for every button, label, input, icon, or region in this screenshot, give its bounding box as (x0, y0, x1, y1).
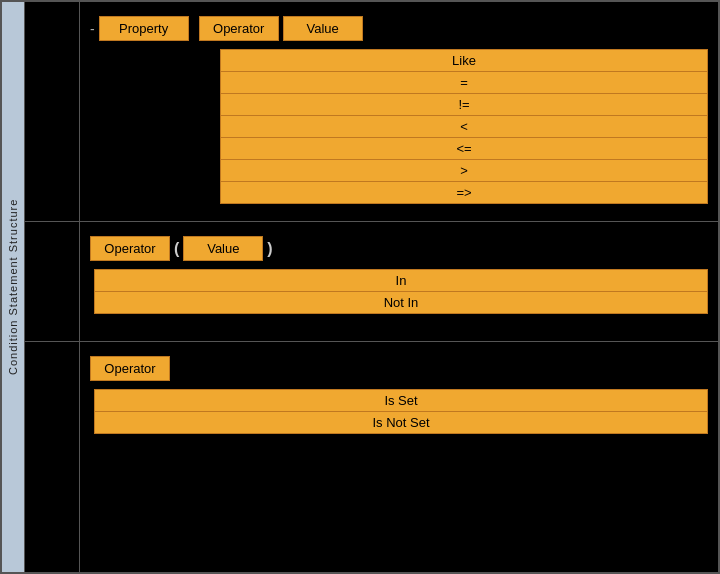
section1-header-row: - Property Operator Value (90, 16, 708, 41)
left-spacer-3 (25, 342, 80, 572)
section2-header-row: Operator ( Value ) (90, 236, 708, 261)
op-neq[interactable]: != (220, 93, 708, 116)
section1-operator-list: Like = != < <= > => (220, 49, 708, 204)
section2-content: Operator ( Value ) In Not In (80, 222, 718, 341)
op-is-set[interactable]: Is Set (94, 389, 708, 412)
operator-box-s1[interactable]: Operator (199, 16, 279, 41)
sidebar-label: Condition Statement Structure (2, 2, 24, 572)
operator-box-s3[interactable]: Operator (90, 356, 170, 381)
section3-header-row: Operator (90, 356, 708, 381)
section1-content: - Property Operator Value Like = != < <=… (80, 2, 718, 221)
paren-close: ) (267, 240, 272, 258)
left-spacer-1 (25, 2, 80, 221)
op-like[interactable]: Like (220, 49, 708, 72)
section-2: Operator ( Value ) In Not In (25, 222, 718, 342)
op-lt[interactable]: < (220, 115, 708, 138)
value-box-s2[interactable]: Value (183, 236, 263, 261)
section2-operator-list: In Not In (94, 269, 708, 314)
op-eq[interactable]: = (220, 71, 708, 94)
paren-open: ( (174, 240, 179, 258)
op-gt[interactable]: > (220, 159, 708, 182)
section3-content: Operator Is Set Is Not Set (80, 342, 718, 572)
op-lte[interactable]: <= (220, 137, 708, 160)
dash-icon: - (90, 21, 95, 37)
operator-box-s2[interactable]: Operator (90, 236, 170, 261)
left-spacer-2 (25, 222, 80, 341)
op-not-in[interactable]: Not In (94, 291, 708, 314)
property-box[interactable]: Property (99, 16, 189, 41)
section-3: Operator Is Set Is Not Set (25, 342, 718, 572)
section3-operator-list: Is Set Is Not Set (94, 389, 708, 434)
op-is-not-set[interactable]: Is Not Set (94, 411, 708, 434)
op-in[interactable]: In (94, 269, 708, 292)
value-box-s1[interactable]: Value (283, 16, 363, 41)
op-gte[interactable]: => (220, 181, 708, 204)
section-1: - Property Operator Value Like = != < <=… (25, 2, 718, 222)
main-area: - Property Operator Value Like = != < <=… (24, 2, 718, 572)
